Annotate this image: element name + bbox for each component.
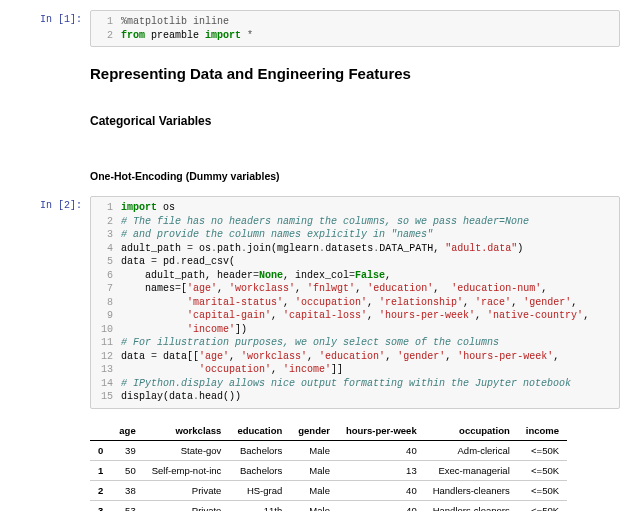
- table-cell: Handlers-cleaners: [425, 500, 518, 511]
- table-header-cell: [90, 421, 111, 441]
- subsection-heading: Categorical Variables: [90, 114, 620, 128]
- empty-prompt: [20, 53, 90, 98]
- table-header-cell: age: [111, 421, 143, 441]
- empty-prompt: [20, 164, 90, 190]
- table-cell: 1: [90, 460, 111, 480]
- table-cell: 39: [111, 440, 143, 460]
- table-cell: Bachelors: [229, 460, 290, 480]
- table-cell: Handlers-cleaners: [425, 480, 518, 500]
- table-cell: <=50K: [518, 440, 567, 460]
- table-cell: 0: [90, 440, 111, 460]
- empty-prompt: [20, 415, 90, 512]
- table-cell: Exec-managerial: [425, 460, 518, 480]
- subsubsection-heading: One-Hot-Encoding (Dummy variables): [90, 170, 620, 182]
- table-cell: Self-emp-not-inc: [144, 460, 230, 480]
- table-cell: 40: [338, 480, 425, 500]
- empty-prompt: [20, 104, 90, 146]
- section-heading: Representing Data and Engineering Featur…: [90, 65, 620, 82]
- code-block[interactable]: 1%matplotlib inline 2from preamble impor…: [97, 15, 613, 42]
- table-cell: 40: [338, 440, 425, 460]
- table-header-cell: hours-per-week: [338, 421, 425, 441]
- table-row: 150Self-emp-not-incBachelorsMale13Exec-m…: [90, 460, 567, 480]
- input-prompt: In [1]:: [20, 10, 90, 47]
- output-cell-2: ageworkclasseducationgenderhours-per-wee…: [20, 415, 620, 512]
- output-area: ageworkclasseducationgenderhours-per-wee…: [90, 415, 620, 512]
- input-prompt: In [2]:: [20, 196, 90, 409]
- table-header-cell: workclass: [144, 421, 230, 441]
- table-cell: Male: [290, 460, 338, 480]
- table-cell: 11th: [229, 500, 290, 511]
- markdown-body: Representing Data and Engineering Featur…: [90, 53, 620, 98]
- table-row: 353Private11thMale40Handlers-cleaners<=5…: [90, 500, 567, 511]
- markdown-cell: Categorical Variables: [20, 104, 620, 146]
- code-block[interactable]: 1import os 2# The file has no headers na…: [97, 201, 613, 404]
- code-cell-2: In [2]: 1import os 2# The file has no he…: [20, 196, 620, 409]
- code-input-area[interactable]: 1import os 2# The file has no headers na…: [90, 196, 620, 409]
- table-cell: 50: [111, 460, 143, 480]
- table-cell: 13: [338, 460, 425, 480]
- markdown-body: One-Hot-Encoding (Dummy variables): [90, 164, 620, 190]
- table-header-cell: gender: [290, 421, 338, 441]
- table-cell: Male: [290, 500, 338, 511]
- table-header-row: ageworkclasseducationgenderhours-per-wee…: [90, 421, 567, 441]
- table-row: 238PrivateHS-gradMale40Handlers-cleaners…: [90, 480, 567, 500]
- table-header-cell: education: [229, 421, 290, 441]
- table-row: 039State-govBachelorsMale40Adm-clerical<…: [90, 440, 567, 460]
- table-cell: Male: [290, 440, 338, 460]
- table-cell: Private: [144, 480, 230, 500]
- table-header-cell: occupation: [425, 421, 518, 441]
- table-cell: 2: [90, 480, 111, 500]
- markdown-body: Categorical Variables: [90, 104, 620, 146]
- code-cell-1: In [1]: 1%matplotlib inline 2from preamb…: [20, 10, 620, 47]
- table-cell: Private: [144, 500, 230, 511]
- table-cell: 53: [111, 500, 143, 511]
- table-cell: 3: [90, 500, 111, 511]
- table-cell: <=50K: [518, 460, 567, 480]
- table-header-cell: income: [518, 421, 567, 441]
- table-cell: Adm-clerical: [425, 440, 518, 460]
- table-cell: HS-grad: [229, 480, 290, 500]
- table-cell: Bachelors: [229, 440, 290, 460]
- table-cell: <=50K: [518, 500, 567, 511]
- markdown-cell: One-Hot-Encoding (Dummy variables): [20, 164, 620, 190]
- table-cell: 40: [338, 500, 425, 511]
- dataframe-table: ageworkclasseducationgenderhours-per-wee…: [90, 421, 567, 512]
- table-cell: 38: [111, 480, 143, 500]
- table-cell: Male: [290, 480, 338, 500]
- markdown-cell: Representing Data and Engineering Featur…: [20, 53, 620, 98]
- table-cell: State-gov: [144, 440, 230, 460]
- table-cell: <=50K: [518, 480, 567, 500]
- code-input-area[interactable]: 1%matplotlib inline 2from preamble impor…: [90, 10, 620, 47]
